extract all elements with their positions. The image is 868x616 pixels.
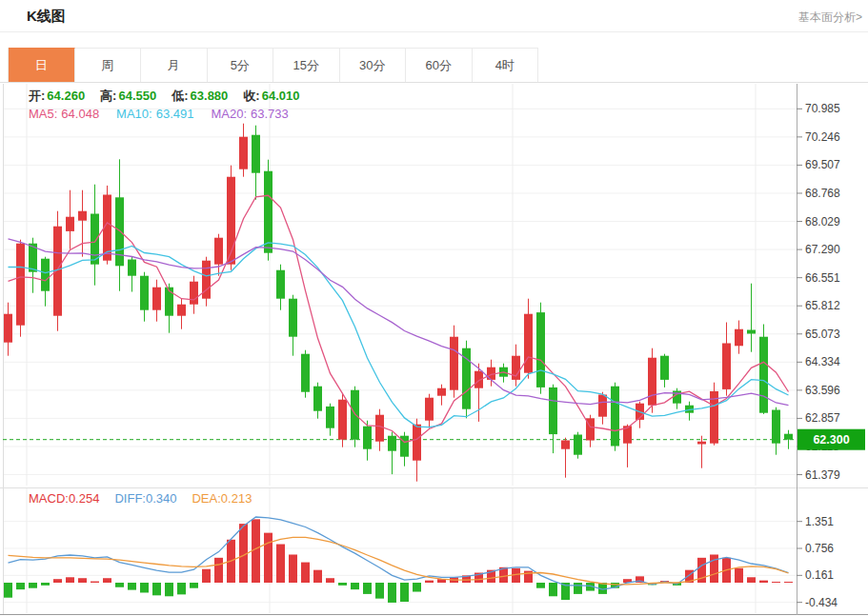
- macd-bar: [413, 583, 421, 592]
- kline-chart[interactable]: 70.98570.24669.50768.76868.02967.29066.5…: [0, 84, 868, 616]
- candle: [301, 354, 310, 392]
- macd-bar: [177, 583, 186, 594]
- tab-5min[interactable]: 5分: [208, 48, 274, 82]
- svg-text:62.300: 62.300: [813, 433, 849, 447]
- candle: [190, 282, 198, 305]
- page-title: K线图: [27, 8, 66, 26]
- macd-bar: [536, 583, 545, 588]
- candle: [536, 312, 545, 387]
- candle: [611, 387, 619, 447]
- ma10-value: 63.491: [156, 107, 194, 121]
- macd-bar: [214, 558, 223, 583]
- macd-bar: [41, 583, 50, 586]
- macd-bar: [759, 581, 768, 583]
- ma10-line: [9, 243, 789, 427]
- candle: [759, 337, 768, 413]
- candle: [289, 299, 297, 337]
- macd-bar: [103, 578, 111, 583]
- candle: [16, 244, 25, 326]
- candle-series[interactable]: [4, 124, 793, 482]
- svg-text:70.246: 70.246: [805, 130, 840, 144]
- candle: [425, 398, 434, 421]
- high-value: 64.550: [118, 89, 156, 103]
- ma10-readout: MA10:63.491: [116, 107, 193, 121]
- macd-bar: [388, 583, 396, 603]
- candle: [91, 214, 99, 265]
- macd-bar: [140, 583, 149, 592]
- macd-bar: [313, 570, 322, 583]
- ohlc-high: 高:64.550: [100, 88, 156, 105]
- macd-bar: [289, 554, 297, 583]
- candle: [313, 387, 322, 411]
- close-value: 64.010: [262, 89, 300, 103]
- macd-bar: [772, 582, 780, 583]
- macd-bar: [400, 583, 409, 602]
- tab-15min[interactable]: 15分: [273, 48, 340, 82]
- tab-60min[interactable]: 60分: [406, 48, 473, 82]
- tab-day[interactable]: 日: [9, 48, 75, 82]
- high-label: 高:: [100, 89, 116, 103]
- candle: [326, 407, 334, 428]
- tab-month[interactable]: 月: [141, 48, 208, 82]
- ma20-value: 63.733: [251, 107, 289, 121]
- svg-text:62.857: 62.857: [805, 411, 840, 425]
- ma-readout: MA5:64.048 MA10:63.491 MA20:63.733: [29, 107, 289, 121]
- macd-bar: [363, 583, 372, 594]
- header-divider: [0, 31, 868, 32]
- tab-30min[interactable]: 30分: [340, 48, 407, 82]
- svg-text:68.768: 68.768: [805, 187, 840, 200]
- macd-bar: [784, 582, 793, 583]
- macd-bar: [276, 545, 285, 583]
- open-value: 64.260: [47, 89, 85, 103]
- candle: [660, 356, 669, 380]
- interval-tab-bar: 日周月5分15分30分60分4时: [0, 48, 868, 83]
- candle: [375, 415, 384, 442]
- macd-bar: [425, 581, 434, 583]
- svg-text:61.379: 61.379: [805, 468, 840, 482]
- low-value: 63.880: [191, 89, 229, 103]
- macd-bar: [375, 583, 384, 599]
- macd-bar: [735, 568, 743, 583]
- candle: [524, 314, 533, 373]
- candle: [598, 395, 607, 417]
- macd-bar: [190, 583, 198, 588]
- macd-readout: MACD:0.254 DIFF:0.340 DEA:0.213: [29, 491, 252, 506]
- macd-bar: [152, 583, 161, 595]
- svg-text:-0.434: -0.434: [805, 596, 838, 609]
- candle: [772, 410, 780, 444]
- candle: [152, 288, 161, 310]
- candle: [784, 434, 793, 440]
- macd-value-readout: MACD:0.254: [29, 491, 99, 506]
- candle: [735, 329, 743, 347]
- fundamental-analysis-link[interactable]: 基本面分析>: [798, 10, 862, 26]
- ma5-line: [9, 195, 789, 442]
- macd-bar: [351, 583, 359, 589]
- dea-value-readout: DEA:0.213: [192, 491, 252, 506]
- svg-text:69.507: 69.507: [805, 158, 840, 171]
- candle: [276, 270, 285, 299]
- candle: [450, 337, 458, 390]
- candle: [747, 330, 756, 334]
- tab-4hour[interactable]: 4时: [473, 48, 539, 82]
- macd-bar: [301, 563, 310, 583]
- macd-bar: [574, 583, 582, 594]
- macd-bar: [66, 577, 74, 583]
- chart-borders: [0, 84, 868, 615]
- svg-text:0.161: 0.161: [805, 568, 834, 582]
- ma10-label: MA10:: [116, 107, 152, 121]
- svg-text:1.351: 1.351: [805, 515, 834, 528]
- candle: [648, 358, 656, 406]
- macd-bar: [165, 583, 173, 596]
- candle: [413, 425, 421, 461]
- interval-tabs: 日周月5分15分30分60分4时: [8, 48, 868, 82]
- svg-text:65.812: 65.812: [805, 299, 840, 312]
- candle: [214, 238, 223, 265]
- svg-text:66.551: 66.551: [805, 271, 840, 285]
- tab-week[interactable]: 周: [75, 48, 142, 82]
- ma5-value: 64.048: [61, 107, 99, 121]
- macd-bar: [128, 583, 136, 590]
- svg-text:68.029: 68.029: [805, 215, 840, 229]
- macd-label: MACD:: [29, 491, 69, 506]
- macd-bar: [53, 579, 62, 583]
- ohlc-readout: 开:64.260 高:64.550 低:63.880 收:64.010: [29, 88, 299, 105]
